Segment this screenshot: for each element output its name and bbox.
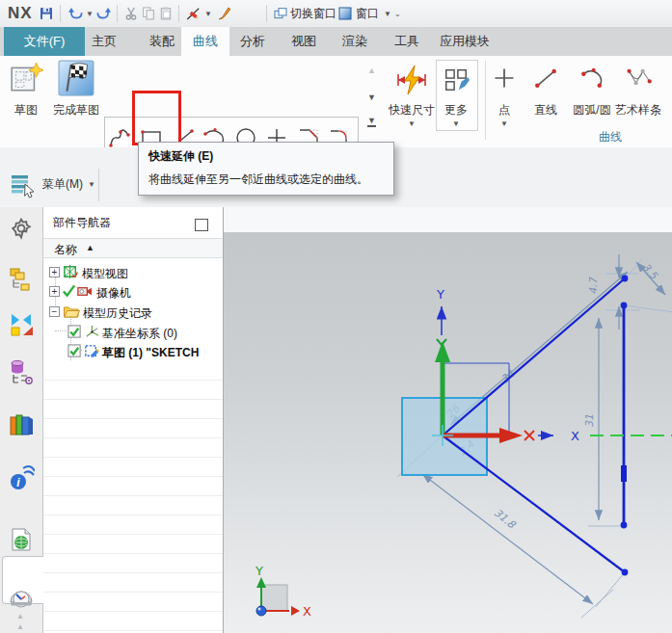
- copy-icon[interactable]: [141, 6, 156, 21]
- tab-view[interactable]: 视图: [284, 27, 323, 56]
- art-spline-command-icon[interactable]: [626, 64, 655, 91]
- navigator-header-row[interactable]: 名称 ▲: [43, 238, 224, 258]
- wcs-triad: Y X: [255, 564, 311, 619]
- tooltip: 快速延伸 (E) 将曲线延伸至另一邻近曲线或选定的曲线。: [138, 142, 394, 196]
- point-command-label[interactable]: 点: [493, 102, 516, 119]
- arc-circle-command-icon[interactable]: [579, 66, 605, 91]
- navigator-title: 部件导航器: [53, 215, 111, 231]
- navigator-grid-lines: [43, 361, 223, 633]
- gallery-scroll-up[interactable]: ▲: [367, 66, 376, 75]
- expander-cameras[interactable]: +: [49, 286, 60, 297]
- sketch-tree-icon: [84, 343, 100, 359]
- sketch-y-arrowhead: [435, 341, 450, 362]
- ribbon-options-caret[interactable]: ⌄: [394, 10, 401, 18]
- tree-item-datum-csys[interactable]: 基准坐标系 (0): [102, 326, 177, 342]
- window-button[interactable]: 窗口: [356, 0, 379, 27]
- dim-31[interactable]: 31: [583, 414, 596, 428]
- quick-dimension-icon[interactable]: [395, 64, 428, 96]
- window-icon: [337, 6, 353, 21]
- tab-home[interactable]: 主页: [85, 27, 123, 56]
- gallery-scroll-down[interactable]: ▼: [367, 92, 376, 102]
- tab-file[interactable]: 文件(F): [4, 27, 85, 56]
- triad-x-label: X: [303, 604, 311, 619]
- point-command-caret[interactable]: ▼: [500, 119, 508, 128]
- repeat-dropdown-caret[interactable]: ▼: [204, 10, 212, 18]
- menu-caret[interactable]: ▼: [88, 180, 95, 189]
- tree-item-model-history[interactable]: 模型历史记录: [83, 305, 152, 322]
- resource-scroll-up2[interactable]: ▲: [16, 622, 24, 631]
- resource-bar: i ▲ ▲: [0, 207, 43, 633]
- format-brush-icon[interactable]: [216, 5, 233, 22]
- finish-sketch-button-label[interactable]: 完成草图: [49, 102, 103, 119]
- tree-item-model-views[interactable]: 模型视图: [82, 266, 128, 282]
- tree-item-cameras[interactable]: 摄像机: [96, 285, 131, 302]
- sketch-icon[interactable]: [9, 61, 43, 95]
- web-browser-icon[interactable]: i: [8, 465, 35, 492]
- system-monitor-icon[interactable]: [8, 585, 35, 612]
- dim-3-5[interactable]: 3.5: [639, 261, 660, 282]
- tab-curve-active[interactable]: 曲线: [181, 27, 229, 56]
- window-dropdown-caret[interactable]: ▼: [384, 10, 391, 18]
- name-column-header[interactable]: 名称: [54, 242, 77, 258]
- ribbon: 草图 完成草图 ▲ ▼ ▼ 快速尺寸 ▼ 更多 ▼ 点 ▼ 直线 圆弧/圆 艺术…: [0, 56, 672, 148]
- expander-history[interactable]: −: [49, 306, 60, 317]
- nx-logo: NX: [8, 0, 33, 27]
- checkbox-sketch[interactable]: [67, 344, 82, 358]
- gallery-expand[interactable]: ▼: [367, 116, 376, 127]
- history-icon[interactable]: [8, 526, 35, 553]
- more-caret[interactable]: ▼: [452, 119, 460, 128]
- undo-icon[interactable]: [67, 6, 83, 21]
- paste-icon[interactable]: [158, 6, 174, 21]
- more-icon[interactable]: [443, 66, 470, 92]
- title-bar: NX ▼ ▼ 切换窗口 窗口 ▼ ⌄: [0, 0, 672, 28]
- cut-icon[interactable]: [123, 6, 139, 21]
- constraint-navigator-icon[interactable]: [8, 310, 35, 337]
- dim-31-8[interactable]: 31.8: [492, 506, 519, 531]
- redo-icon[interactable]: [96, 6, 112, 21]
- expander-model-views[interactable]: +: [49, 267, 60, 277]
- tree-item-sketch[interactable]: 草图 (1) "SKETCH: [102, 345, 199, 361]
- line-command-label[interactable]: 直线: [523, 102, 569, 119]
- tab-analysis[interactable]: 分析: [233, 27, 272, 56]
- menu-button[interactable]: 菜单(M): [42, 176, 83, 193]
- arc-circle-command-label[interactable]: 圆弧/圆: [565, 102, 619, 119]
- assembly-navigator-icon[interactable]: [8, 265, 35, 292]
- tab-application[interactable]: 应用模块: [431, 27, 498, 56]
- repeat-command-icon[interactable]: [185, 5, 202, 22]
- line-command-icon[interactable]: [533, 66, 558, 91]
- ribbon-separator: [485, 61, 486, 140]
- more-label[interactable]: 更多: [444, 102, 468, 119]
- sort-ascending-icon[interactable]: ▲: [86, 243, 94, 252]
- save-icon[interactable]: [39, 6, 54, 21]
- roles-gear-icon[interactable]: [8, 215, 35, 242]
- triad-y-label: Y: [255, 564, 263, 578]
- tab-tools[interactable]: 工具: [388, 27, 426, 56]
- quick-extend-highlight-box: [132, 91, 181, 145]
- viewport-tab-bar: _model1.prt ✕: [224, 207, 672, 232]
- undo-dropdown-caret[interactable]: ▼: [86, 10, 94, 18]
- quick-dimension-caret[interactable]: ▼: [408, 119, 416, 128]
- resource-scroll-up[interactable]: ▲: [16, 612, 24, 620]
- part-navigator-icon[interactable]: [8, 358, 35, 385]
- model-view-icon: [63, 264, 79, 280]
- navigator-float-button[interactable]: [195, 219, 208, 231]
- sketch-canvas: 26 2.4 34 31 4.7 3.5 31.8 Y X: [224, 232, 672, 633]
- point-command-icon[interactable]: [492, 66, 517, 91]
- tab-assembly[interactable]: 装配: [143, 27, 181, 56]
- tab-render[interactable]: 渲染: [336, 27, 374, 56]
- csys-icon: [84, 324, 100, 340]
- menu-icon: [10, 171, 39, 199]
- finish-sketch-icon[interactable]: [58, 60, 94, 96]
- switch-window-button[interactable]: 切换窗口: [290, 0, 336, 27]
- sketch-button-label[interactable]: 草图: [3, 102, 49, 119]
- quick-dimension-label[interactable]: 快速尺寸: [389, 102, 435, 119]
- dim-4-7[interactable]: 4.7: [587, 276, 600, 294]
- x-axis-label: X: [571, 429, 579, 443]
- tooltip-title: 快速延伸 (E): [148, 148, 384, 165]
- check-icon: [62, 283, 76, 298]
- graphics-window[interactable]: 26 2.4 34 31 4.7 3.5 31.8 Y X: [224, 232, 672, 633]
- reuse-library-icon[interactable]: [8, 411, 35, 438]
- art-spline-command-label[interactable]: 艺术样条: [614, 102, 662, 119]
- checkbox-datum-csys[interactable]: [67, 325, 82, 339]
- ribbon-tab-bar: 文件(F) 主页 装配 曲线 分析 视图 渲染 工具 应用模块: [0, 27, 672, 56]
